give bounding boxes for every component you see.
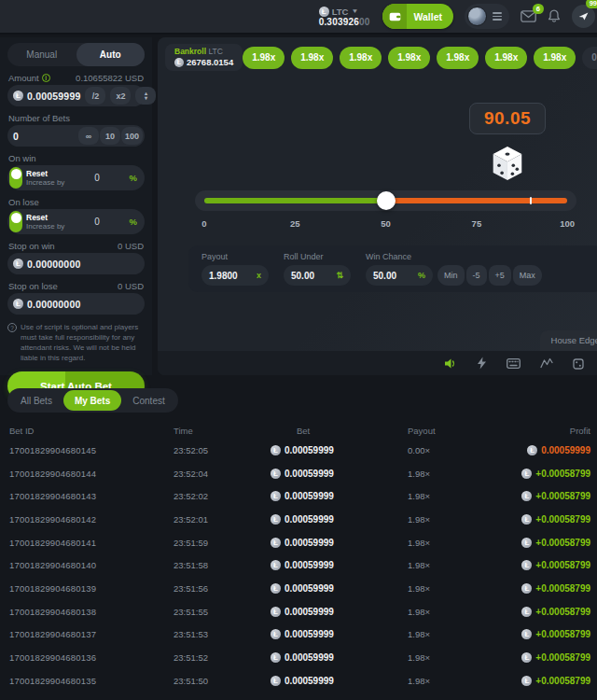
bet-id[interactable]: 17001829904680144: [0, 469, 174, 479]
ltc-coin-icon: [521, 560, 532, 570]
amount-stepper[interactable]: ▴▾: [135, 87, 156, 105]
dice-seed-icon: [573, 357, 584, 370]
roll-under-label: Roll Under: [284, 252, 351, 261]
ltc-coin-icon: [521, 676, 532, 686]
table-row: 1700182990468014123:51:590.000599991.98×…: [0, 531, 597, 554]
bell-icon: [548, 9, 561, 23]
swap-icon[interactable]: ⇅: [336, 271, 343, 280]
slider-knob[interactable]: [377, 191, 396, 210]
currency-selector[interactable]: LTC ▼ 0.30392600: [319, 7, 370, 27]
bet-amount: 0.00059999: [271, 514, 408, 525]
bets-preset-button[interactable]: 100: [121, 127, 143, 145]
half-amount-button[interactable]: /2: [85, 87, 105, 105]
sound-button[interactable]: [444, 357, 457, 370]
amount-input[interactable]: 0.00059999 /2 x2 ▴▾: [7, 85, 145, 106]
turbo-button[interactable]: [477, 357, 487, 370]
bet-profit-value: +0.00058799: [535, 676, 590, 686]
column-header: Bet ID: [0, 426, 174, 436]
dice-game-page: LTC ▼ 0.30392600 Wallet 6 99: [0, 0, 597, 700]
table-row: 1700182990468013523:51:500.000599991.98×…: [0, 669, 597, 693]
roll-under-input[interactable]: 50.00 ⇅: [284, 265, 351, 286]
notifications-button[interactable]: [548, 9, 561, 23]
bet-time: 23:51:53: [174, 629, 271, 639]
bet-profit: +0.00058799: [521, 652, 597, 663]
win-chance-plus5-button[interactable]: +5: [489, 265, 511, 286]
bets-preset-button[interactable]: ∞: [78, 127, 99, 145]
wallet-button[interactable]: Wallet: [382, 4, 453, 29]
bet-controls-sidebar: Manual Auto Amount 0.10655822 USD 0.0005…: [0, 37, 152, 375]
chat-button[interactable]: 99: [572, 5, 593, 28]
stop-on-win-input[interactable]: 0.00000000: [7, 253, 145, 274]
ltc-coin-icon: [521, 607, 532, 617]
ltc-coin-icon: [521, 514, 532, 525]
on-lose-increase-label[interactable]: Increase by: [26, 222, 64, 231]
stop-on-lose-value: 0.00000000: [27, 299, 143, 310]
stop-on-lose-usd: 0 USD: [118, 281, 144, 291]
bet-id[interactable]: 17001829904680135: [0, 676, 174, 686]
mail-button[interactable]: 6: [521, 10, 536, 22]
live-stats-button[interactable]: [540, 357, 553, 369]
win-chance-max-button[interactable]: Max: [513, 265, 542, 286]
on-lose-toggle[interactable]: [9, 211, 22, 232]
hotkeys-button[interactable]: [507, 358, 521, 369]
bet-amount: 0.00059999: [271, 583, 408, 594]
bet-payout: 1.98×: [408, 607, 492, 617]
ltc-coin-icon: [271, 469, 281, 479]
win-chance-value: 50.00: [373, 271, 396, 281]
bet-id[interactable]: 17001829904680138: [0, 607, 174, 617]
bet-id[interactable]: 17001829904680142: [0, 514, 174, 525]
column-header: Time: [174, 426, 271, 436]
ltc-coin-icon: [174, 58, 184, 67]
bet-payout: 1.98×: [408, 514, 492, 525]
bets-preset-button[interactable]: 10: [100, 127, 120, 145]
bet-id[interactable]: 17001829904680137: [0, 629, 174, 639]
bet-id[interactable]: 17001829904680139: [0, 583, 174, 594]
slider-axis-label: 75: [472, 218, 482, 229]
payout-input[interactable]: 1.9800 x: [201, 265, 269, 286]
bets-section: All BetsMy BetsContest Bet IDTimeBetPayo…: [0, 375, 597, 693]
number-of-bets-input[interactable]: 0 ∞10100: [7, 125, 145, 147]
bets-tabs: All BetsMy BetsContest: [7, 388, 178, 413]
win-chance-min-button[interactable]: Min: [437, 265, 465, 286]
on-lose-value[interactable]: 0: [64, 217, 129, 227]
slider-axis-label: 50: [381, 218, 391, 229]
bankroll-chip[interactable]: Bankroll LTC 26768.0154: [165, 44, 243, 71]
tab-auto[interactable]: Auto: [76, 43, 146, 66]
double-amount-button[interactable]: x2: [110, 87, 131, 105]
currency-code: LTC: [332, 7, 349, 17]
table-row: 1700182990468013723:51:530.000599991.98×…: [0, 623, 597, 647]
tab-contest[interactable]: Contest: [121, 390, 175, 411]
tab-all-bets[interactable]: All Bets: [9, 390, 63, 411]
house-edge-badge: House Edge 1%: [540, 330, 597, 351]
payout-suffix: x: [257, 271, 261, 280]
bet-time: 23:51:55: [174, 607, 271, 617]
tab-manual[interactable]: Manual: [7, 43, 76, 66]
ltc-coin-icon: [271, 629, 281, 639]
bet-amount: 0.00059999: [271, 560, 408, 570]
user-menu[interactable]: [465, 4, 509, 29]
bet-profit-value: +0.00058799: [535, 469, 590, 479]
on-win-value[interactable]: 0: [64, 173, 129, 183]
roll-slider[interactable]: [195, 190, 576, 211]
on-win-toggle[interactable]: [9, 167, 22, 189]
bet-id[interactable]: 17001829904680136: [0, 652, 174, 663]
bankroll-currency: LTC: [208, 47, 222, 56]
bet-id[interactable]: 17001829904680143: [0, 491, 174, 501]
win-chance-minus5-button[interactable]: -5: [466, 265, 487, 286]
on-win-reset-label[interactable]: Reset: [26, 169, 64, 178]
ltc-coin-icon: [521, 491, 532, 501]
on-win-increase-label[interactable]: Increase by: [26, 178, 64, 187]
fairness-button[interactable]: [573, 357, 584, 370]
bankroll-label: Bankroll: [174, 47, 206, 56]
table-row: 1700182990468013923:51:560.000599991.98×…: [0, 577, 597, 600]
multiplier-history: 1.98x1.98x1.98x1.98x1.98x1.98x1.98x0.00x: [243, 47, 597, 69]
on-lose-reset-label[interactable]: Reset: [26, 213, 64, 222]
bet-id[interactable]: 17001829904680140: [0, 560, 174, 570]
tab-my-bets[interactable]: My Bets: [63, 390, 121, 411]
bet-id[interactable]: 17001829904680145: [0, 445, 174, 455]
on-win-control: Reset Increase by 0 %: [7, 165, 145, 190]
win-chance-input[interactable]: 50.00 %: [366, 265, 433, 286]
avatar[interactable]: [467, 7, 487, 26]
stop-on-lose-input[interactable]: 0.00000000: [7, 293, 145, 315]
bet-id[interactable]: 17001829904680141: [0, 538, 174, 548]
